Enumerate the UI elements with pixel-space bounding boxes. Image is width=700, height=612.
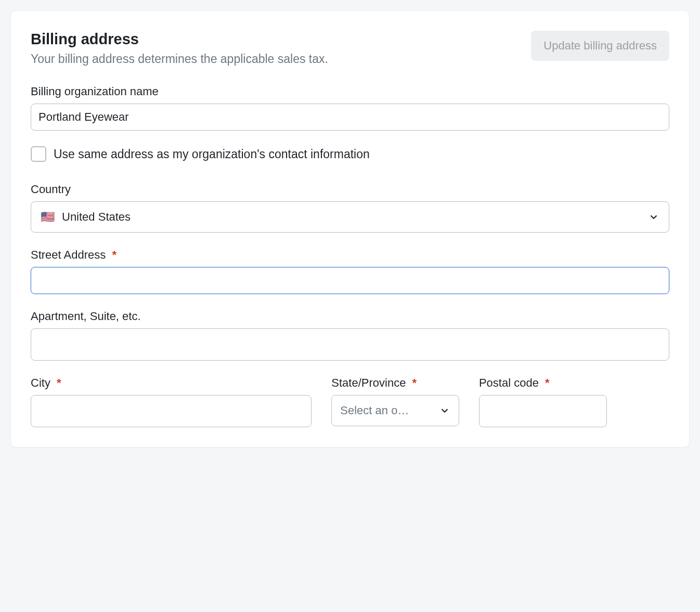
country-value: United States xyxy=(62,210,131,224)
update-billing-address-button[interactable]: Update billing address xyxy=(531,31,669,61)
city-field-group: City * xyxy=(31,376,312,427)
country-select[interactable]: 🇺🇸 United States xyxy=(31,201,669,233)
billing-address-card: Billing address Your billing address det… xyxy=(10,10,690,448)
org-name-input[interactable] xyxy=(31,104,669,131)
apartment-field-group: Apartment, Suite, etc. xyxy=(31,310,669,361)
header-text: Billing address Your billing address det… xyxy=(31,31,531,66)
country-select-content: 🇺🇸 United States xyxy=(41,210,131,224)
postal-field-group: Postal code * xyxy=(479,376,607,427)
city-label-text: City xyxy=(31,376,50,389)
same-address-checkbox[interactable] xyxy=(31,146,46,162)
street-field-group: Street Address * xyxy=(31,248,669,294)
state-label: State/Province * xyxy=(331,376,459,390)
postal-code-input[interactable] xyxy=(479,395,607,427)
required-asterisk: * xyxy=(112,248,116,261)
chevron-down-icon xyxy=(648,211,659,223)
country-flag-icon: 🇺🇸 xyxy=(41,211,55,223)
state-label-text: State/Province xyxy=(331,376,406,389)
postal-label: Postal code * xyxy=(479,376,607,390)
apartment-input[interactable] xyxy=(31,328,669,361)
country-label: Country xyxy=(31,183,669,196)
apartment-label: Apartment, Suite, etc. xyxy=(31,310,669,323)
org-name-label: Billing organization name xyxy=(31,85,669,98)
state-field-group: State/Province * Select an o… xyxy=(331,376,459,427)
street-label-text: Street Address xyxy=(31,248,106,261)
required-asterisk: * xyxy=(545,376,550,389)
required-asterisk: * xyxy=(57,376,61,389)
page-subtitle: Your billing address determines the appl… xyxy=(31,52,531,66)
city-label: City * xyxy=(31,376,312,390)
state-select-placeholder: Select an o… xyxy=(340,404,435,417)
required-asterisk: * xyxy=(412,376,417,389)
postal-label-text: Postal code xyxy=(479,376,539,389)
state-select[interactable]: Select an o… xyxy=(331,395,459,426)
country-field-group: Country 🇺🇸 United States xyxy=(31,183,669,233)
street-label: Street Address * xyxy=(31,248,669,262)
org-name-field-group: Billing organization name xyxy=(31,85,669,131)
city-input[interactable] xyxy=(31,395,312,427)
same-address-checkbox-row: Use same address as my organization's co… xyxy=(31,146,669,162)
page-title: Billing address xyxy=(31,31,531,48)
card-header: Billing address Your billing address det… xyxy=(31,31,669,66)
chevron-down-icon xyxy=(439,405,450,416)
same-address-checkbox-label: Use same address as my organization's co… xyxy=(54,147,370,161)
address-bottom-row: City * State/Province * Select an o… Pos… xyxy=(31,376,669,427)
street-address-input[interactable] xyxy=(31,267,669,294)
